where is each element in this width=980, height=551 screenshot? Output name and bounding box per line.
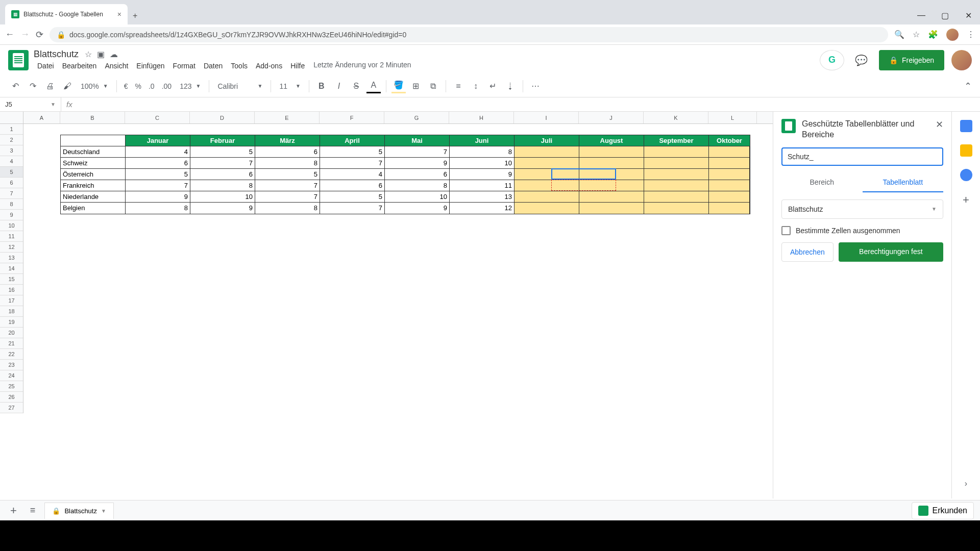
menu-tools[interactable]: Tools — [227, 61, 251, 71]
country-label[interactable]: Deutschland — [61, 146, 126, 158]
row-header[interactable]: 12 — [0, 242, 23, 253]
spreadsheet-grid[interactable]: ABCDEFGHIJKL 123456789101112131415161718… — [0, 112, 773, 498]
col-header[interactable]: F — [320, 112, 384, 123]
select-all-corner[interactable] — [0, 112, 23, 123]
row-header[interactable]: 11 — [0, 231, 23, 242]
row-header[interactable]: 21 — [0, 338, 23, 349]
zoom-icon[interactable]: 🔍 — [894, 30, 904, 39]
data-cell[interactable]: 9 — [385, 203, 450, 214]
dec-more-button[interactable]: .00 — [160, 82, 174, 90]
data-cell[interactable]: 9 — [450, 169, 514, 180]
data-cell[interactable]: 7 — [320, 158, 385, 169]
data-cell[interactable]: 7 — [190, 158, 255, 169]
row-header[interactable]: 5 — [0, 167, 23, 178]
data-cell[interactable] — [514, 203, 579, 214]
tab-tabellenblatt[interactable]: Tabellenblatt — [863, 173, 944, 192]
data-cell[interactable]: 5 — [255, 169, 320, 180]
data-cell[interactable] — [644, 191, 709, 203]
font-select[interactable]: Calibri▼ — [214, 82, 265, 90]
set-permissions-button[interactable]: Berechtigungen fest — [839, 242, 943, 262]
collapse-sidebar-icon[interactable]: › — [965, 479, 967, 488]
data-cell[interactable]: 7 — [385, 146, 450, 158]
last-edit-text[interactable]: Letzte Änderung vor 2 Minuten — [313, 61, 411, 71]
data-cell[interactable]: 11 — [450, 180, 514, 191]
data-cell[interactable]: 8 — [385, 180, 450, 191]
data-cell[interactable]: 6 — [190, 169, 255, 180]
halign-button[interactable]: ≡ — [451, 79, 465, 93]
share-button[interactable]: 🔒 Freigeben — [879, 50, 944, 70]
extensions-icon[interactable]: 🧩 — [928, 30, 938, 39]
row-header[interactable]: 9 — [0, 210, 23, 220]
wrap-button[interactable]: ↵ — [486, 79, 500, 93]
font-size-select[interactable]: 11▼ — [276, 82, 303, 90]
row-header[interactable]: 17 — [0, 295, 23, 306]
print-button[interactable]: 🖨 — [43, 79, 57, 93]
row-header[interactable]: 7 — [0, 188, 23, 199]
data-cell[interactable] — [709, 191, 750, 203]
data-cell[interactable]: 6 — [385, 169, 450, 180]
data-cell[interactable] — [579, 180, 644, 191]
row-header[interactable]: 6 — [0, 178, 23, 188]
dec-less-button[interactable]: .0 — [146, 82, 157, 90]
checkbox-icon[interactable] — [781, 226, 791, 235]
month-header[interactable]: Juli — [514, 135, 579, 146]
data-cell[interactable]: 8 — [255, 203, 320, 214]
browser-tab[interactable]: ▦ Blattschutz - Google Tabellen × — [5, 4, 128, 24]
add-apps-icon[interactable]: + — [960, 193, 972, 206]
data-cell[interactable]: 6 — [126, 158, 190, 169]
month-header[interactable]: April — [320, 135, 385, 146]
data-cell[interactable] — [709, 146, 750, 158]
menu-addons[interactable]: Add-ons — [252, 61, 286, 71]
data-cell[interactable]: 4 — [320, 169, 385, 180]
data-cell[interactable] — [514, 158, 579, 169]
data-cell[interactable] — [579, 169, 644, 180]
data-cell[interactable]: 8 — [255, 158, 320, 169]
data-cell[interactable] — [579, 191, 644, 203]
name-box[interactable]: J5 ▼ — [0, 97, 61, 111]
merge-button[interactable]: ⧉ — [426, 79, 440, 93]
data-cell[interactable]: 9 — [190, 203, 255, 214]
row-header[interactable]: 22 — [0, 349, 23, 360]
month-header[interactable]: September — [644, 135, 709, 146]
minimize-button[interactable]: — — [910, 11, 933, 20]
close-tab-icon[interactable]: × — [117, 10, 121, 18]
data-cell[interactable]: 10 — [190, 191, 255, 203]
menu-format[interactable]: Format — [169, 61, 199, 71]
chrome-menu-icon[interactable]: ⋮ — [967, 30, 975, 39]
data-cell[interactable]: 7 — [255, 180, 320, 191]
row-header[interactable]: 13 — [0, 253, 23, 263]
menu-ansicht[interactable]: Ansicht — [101, 61, 132, 71]
data-cell[interactable]: 13 — [450, 191, 514, 203]
all-sheets-button[interactable]: ≡ — [26, 505, 40, 516]
data-cell[interactable] — [514, 169, 579, 180]
row-header[interactable]: 8 — [0, 199, 23, 210]
data-cell[interactable] — [644, 180, 709, 191]
month-header[interactable]: Mai — [385, 135, 450, 146]
country-label[interactable]: Schweiz — [61, 158, 126, 169]
url-input[interactable]: 🔒 docs.google.com/spreadsheets/d/1z4GXBe… — [50, 27, 888, 42]
strike-button[interactable]: S — [349, 79, 363, 93]
cloud-status-icon[interactable]: ☁ — [110, 49, 118, 59]
data-cell[interactable]: 7 — [126, 180, 190, 191]
data-cell[interactable] — [514, 180, 579, 191]
menu-bearbeiten[interactable]: Bearbeiten — [59, 61, 101, 71]
row-header[interactable]: 2 — [0, 135, 23, 145]
bold-button[interactable]: B — [314, 79, 329, 93]
row-header[interactable]: 1 — [0, 124, 23, 135]
month-header[interactable]: Juni — [450, 135, 514, 146]
data-cell[interactable]: 9 — [385, 158, 450, 169]
close-window-button[interactable]: ✕ — [957, 11, 980, 20]
data-cell[interactable] — [644, 146, 709, 158]
row-header[interactable]: 10 — [0, 220, 23, 231]
profile-avatar[interactable] — [946, 29, 959, 41]
data-cell[interactable]: 12 — [450, 203, 514, 214]
cancel-button[interactable]: Abbrechen — [781, 242, 834, 262]
format-number[interactable]: 123▼ — [177, 82, 204, 90]
month-header[interactable]: Februar — [190, 135, 255, 146]
data-cell[interactable] — [579, 203, 644, 214]
row-header[interactable]: 16 — [0, 285, 23, 295]
keep-app-icon[interactable] — [960, 144, 972, 157]
data-cell[interactable]: 6 — [255, 146, 320, 158]
data-cell[interactable] — [709, 158, 750, 169]
reload-button[interactable]: ⟳ — [36, 29, 43, 40]
